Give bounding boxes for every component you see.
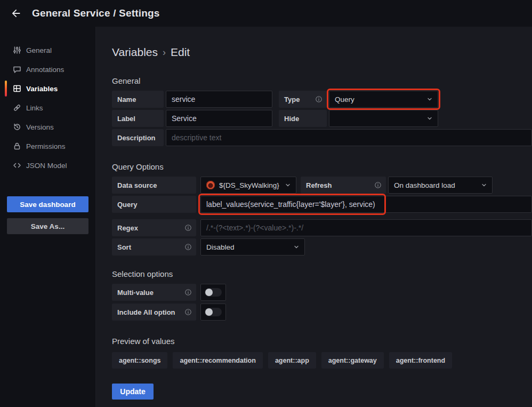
sort-row: Sort Disabled [112,238,532,256]
chevron-down-icon [285,182,291,188]
dashboard-settings-page: General Service / Settings General Annot… [0,0,532,407]
toggle-knob [205,308,213,316]
general-section-heading: General [112,76,532,85]
sort-select[interactable]: Disabled [200,238,305,256]
sidebar-item-label: Versions [26,123,54,131]
query-row: Query [112,196,532,213]
save-dashboard-button[interactable]: Save dashboard [7,196,88,212]
preview-values: agent::songs agent::recommendation agent… [112,352,532,369]
sidebar-item-versions[interactable]: Versions [0,117,95,137]
type-field-label: Type [279,91,327,108]
description-row: Description [112,129,532,146]
toggle-knob [205,289,213,296]
sidebar-item-label: Variables [26,85,58,93]
code-icon [13,161,21,170]
info-icon[interactable] [184,308,192,316]
info-icon[interactable] [184,243,192,251]
grid-icon [13,84,21,93]
update-button[interactable]: Update [112,384,154,400]
datasource-refresh-row: Data source ${DS_SkyWalking} Refresh On … [112,177,532,194]
sidebar-item-links[interactable]: Links [0,98,95,117]
page-header: General Service / Settings [0,0,532,27]
regex-input[interactable] [200,219,532,236]
label-hide-row: Label Hide [112,110,532,127]
sidebar-item-general[interactable]: General [0,41,95,60]
regex-field-label: Regex [112,219,196,236]
sidebar-item-label: Links [26,104,43,112]
sort-field-label: Sort [112,238,196,256]
lock-icon [13,142,21,150]
query-field-label: Query [112,196,196,213]
label-field-label: Label [112,110,164,127]
preview-value-chip: agent::app [268,352,316,369]
sidebar-item-label: General [26,46,52,54]
info-icon[interactable] [184,224,192,232]
save-as-button[interactable]: Save As... [7,218,88,234]
link-icon [13,103,21,112]
page-title: General Service / Settings [32,7,160,19]
comment-icon [13,65,21,74]
skywalking-logo-icon [206,181,215,189]
breadcrumb-separator: › [163,46,166,58]
refresh-field-label: Refresh [301,177,386,194]
multi-value-row: Multi-value [112,284,532,301]
type-select[interactable]: Query [329,91,438,108]
sidebar-item-permissions[interactable]: Permissions [0,137,95,156]
chevron-down-icon [481,182,487,188]
multi-value-toggle[interactable] [200,284,226,301]
label-input[interactable] [166,110,272,127]
preview-value-chip: agent::songs [112,352,167,369]
preview-value-chip: agent::frontend [389,352,452,369]
include-all-row: Include All option [112,304,532,321]
regex-row: Regex [112,219,532,236]
name-type-row: Name Type Query [112,91,532,108]
hide-field-label: Hide [279,110,327,127]
breadcrumb-page: Edit [171,46,190,59]
sidebar-item-variables[interactable]: Variables [0,79,95,98]
sidebar-item-annotations[interactable]: Annotations [0,60,95,79]
include-all-field-label: Include All option [112,304,196,321]
name-input[interactable] [166,91,272,108]
info-icon[interactable] [374,181,382,189]
refresh-select[interactable]: On dashboard load [388,177,493,194]
include-all-toggle[interactable] [200,304,226,321]
hide-select[interactable] [329,110,438,127]
datasource-field-label: Data source [112,177,196,194]
variable-edit-main: Variables › Edit General Name Type Query [96,27,532,407]
sidebar-item-label: Permissions [26,142,66,150]
preview-value-chip: agent::recommendation [173,352,262,369]
selection-options-heading: Selection options [112,269,532,278]
preview-value-chip: agent::gateway [321,352,384,369]
name-field-label: Name [112,91,164,108]
preview-heading: Preview of values [112,337,532,346]
sidebar-item-label: JSON Model [26,162,67,170]
breadcrumb: Variables › Edit [112,46,532,59]
chevron-down-icon [426,115,433,122]
description-field-label: Description [112,129,164,146]
query-options-heading: Query Options [112,162,532,171]
back-arrow-icon[interactable] [7,5,25,22]
query-input[interactable] [200,196,532,213]
history-icon [13,123,21,131]
sidebar-item-label: Annotations [26,66,64,74]
sidebar-item-json-model[interactable]: JSON Model [0,156,95,175]
info-icon[interactable] [184,289,192,296]
breadcrumb-section[interactable]: Variables [112,46,158,59]
multi-value-field-label: Multi-value [112,284,196,301]
datasource-select[interactable]: ${DS_SkyWalking} [200,177,296,194]
description-input[interactable] [166,129,532,146]
info-icon[interactable] [315,95,323,103]
settings-sidebar: General Annotations Variables Links Vers… [0,27,96,407]
chevron-down-icon [426,96,433,102]
sliders-icon [13,46,21,54]
chevron-down-icon [293,244,300,250]
